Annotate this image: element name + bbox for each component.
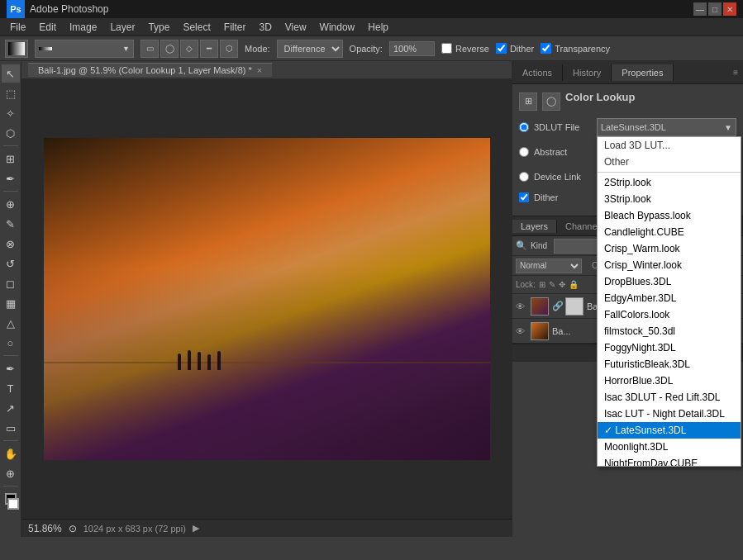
reverse-group: Reverse (441, 43, 489, 54)
tool-dodge[interactable]: ○ (2, 334, 20, 352)
tool-brush[interactable]: ✎ (2, 215, 20, 233)
layer-link-icon-0[interactable]: 🔗 (552, 301, 562, 311)
menu-filter[interactable]: Filter (217, 20, 253, 35)
dropdown-load-lut[interactable]: Load 3D LUT... (598, 137, 741, 154)
menu-select[interactable]: Select (176, 20, 217, 35)
tool-eraser[interactable]: ◻ (2, 274, 20, 292)
lock-position-icon[interactable]: ✥ (559, 280, 565, 289)
canvas-content[interactable] (21, 79, 512, 519)
dropdown-item-latesunset[interactable]: ✓ LateSunset.3DL (598, 422, 741, 439)
close-button[interactable]: ✕ (723, 2, 736, 16)
dropdown-item-7[interactable]: EdgyAmber.3DL (598, 290, 741, 306)
dropdown-item-0[interactable]: 2Strip.look (598, 174, 741, 191)
tool-type[interactable]: T (2, 379, 20, 397)
dropdown-item-5[interactable]: Crisp_Winter.look (598, 257, 741, 273)
menu-file[interactable]: File (3, 20, 32, 35)
dither-checkbox[interactable] (496, 43, 507, 54)
abstract-radio[interactable] (519, 147, 529, 157)
rect-shape-btn[interactable]: ▭ (141, 40, 159, 58)
transparency-checkbox[interactable] (541, 43, 551, 54)
dropdown-other[interactable]: Other (598, 154, 741, 170)
lock-all-icon[interactable]: 🔒 (569, 280, 579, 289)
maximize-button[interactable]: □ (708, 2, 722, 16)
diamond-shape-btn[interactable]: ◇ (180, 40, 198, 58)
dropdown-item-10[interactable]: FoggyNight.3DL (598, 339, 741, 356)
tool-healing[interactable]: ⊕ (2, 195, 20, 213)
tool-blur[interactable]: △ (2, 314, 20, 332)
menu-bar: File Edit Image Layer Type Select Filter… (0, 18, 743, 36)
menu-layer[interactable]: Layer (103, 20, 141, 35)
dropdown-item-3[interactable]: Candlelight.CUBE (598, 224, 741, 240)
tool-pen[interactable]: ✒ (2, 359, 20, 377)
dropdown-item-6[interactable]: DropBlues.3DL (598, 273, 741, 290)
panel-tabs: Actions History Properties ≡ (512, 61, 743, 84)
tool-gradient[interactable]: ▦ (2, 294, 20, 312)
menu-type[interactable]: Type (141, 20, 176, 35)
tool-history-brush[interactable]: ↺ (2, 254, 20, 273)
dropdown-item-12[interactable]: HorrorBlue.3DL (598, 373, 741, 389)
dropdown-item-1[interactable]: 3Strip.look (598, 191, 741, 207)
menu-view[interactable]: View (279, 20, 313, 35)
canvas-tab-close[interactable]: × (257, 65, 262, 75)
dropdown-item-15[interactable]: Moonlight.3DL (598, 439, 741, 455)
lock-transparent-icon[interactable]: ⊞ (539, 280, 545, 289)
device-link-radio[interactable] (519, 172, 529, 182)
tool-clone[interactable]: ⊗ (2, 235, 20, 253)
lock-image-icon[interactable]: ✎ (549, 280, 555, 289)
dropdown-item-11[interactable]: FuturisticBleak.3DL (598, 356, 741, 373)
tab-layers[interactable]: Layers (512, 220, 557, 233)
tool-marquee-rect[interactable]: ⬚ (2, 84, 20, 102)
tool-path-select[interactable]: ↗ (2, 399, 20, 417)
dropdown-item-16[interactable]: NightFromDay.CUBE (598, 455, 741, 467)
opacity-label: Opacity: (350, 44, 383, 54)
dropdown-item-8[interactable]: FallColors.look (598, 306, 741, 323)
canvas-tab-bar: Bali-1.jpg @ 51.9% (Color Lookup 1, Laye… (21, 61, 512, 79)
tool-lasso[interactable]: ✧ (2, 104, 20, 122)
panel-circle-icon[interactable]: ◯ (542, 93, 560, 111)
dropdown-arrow-icon: ▼ (724, 123, 732, 132)
menu-3d[interactable]: 3D (252, 20, 278, 35)
dropdown-item-4[interactable]: Crisp_Warm.look (598, 240, 741, 257)
dropdown-item-2[interactable]: Bleach Bypass.look (598, 207, 741, 224)
lut-file-dropdown[interactable]: LateSunset.3DL ▼ (597, 118, 736, 136)
tool-crop[interactable]: ⊞ (2, 149, 20, 168)
circle-shape-btn[interactable]: ◯ (160, 40, 179, 58)
layers-mode-select[interactable]: Normal (516, 259, 582, 273)
brush-picker[interactable]: ▼ (35, 40, 134, 58)
tab-properties[interactable]: Properties (612, 64, 674, 81)
tool-quick-select[interactable]: ⬡ (2, 124, 20, 142)
opacity-value[interactable]: 100% (389, 41, 435, 56)
tool-shape[interactable]: ▭ (2, 419, 20, 437)
background-color[interactable] (7, 498, 19, 510)
canvas-tab-bali[interactable]: Bali-1.jpg @ 51.9% (Color Lookup 1, Laye… (28, 63, 272, 77)
menu-edit[interactable]: Edit (32, 20, 63, 35)
separator-4 (3, 440, 18, 441)
tool-zoom[interactable]: ⊕ (2, 464, 20, 482)
nav-arrow[interactable]: ▶ (193, 523, 199, 534)
menu-window[interactable]: Window (313, 20, 362, 35)
title-bar-controls[interactable]: — □ ✕ (693, 2, 736, 16)
bar-shape-btn[interactable]: ━ (200, 40, 218, 58)
minimize-button[interactable]: — (693, 2, 707, 16)
tab-actions[interactable]: Actions (512, 64, 563, 81)
dropdown-item-14[interactable]: Isac LUT - Night Detail.3DL (598, 406, 741, 422)
dropdown-item-9[interactable]: filmstock_50.3dl (598, 323, 741, 339)
reflect-shape-btn[interactable]: ⬡ (220, 40, 238, 58)
menu-help[interactable]: Help (361, 20, 395, 35)
layer-eye-0[interactable]: 👁 (516, 301, 527, 311)
panel-more-btn[interactable]: ≡ (728, 68, 743, 77)
tool-hand[interactable]: ✋ (2, 444, 20, 463)
dropdown-item-13[interactable]: Isac 3DLUT - Red Lift.3DL (598, 389, 741, 406)
mode-select[interactable]: Difference (277, 40, 343, 58)
layer-eye-1[interactable]: 👁 (516, 326, 527, 336)
menu-image[interactable]: Image (63, 20, 103, 35)
filter-kind-label: Kind (531, 241, 550, 250)
tab-history[interactable]: History (563, 64, 612, 81)
lut-file-radio[interactable] (519, 122, 529, 132)
tool-move[interactable]: ↖ (2, 64, 20, 83)
tool-eyedropper[interactable]: ✒ (2, 169, 20, 187)
tool-preset[interactable] (5, 40, 28, 58)
dither-prop-checkbox[interactable] (519, 192, 529, 202)
panel-grid-icon[interactable]: ⊞ (519, 93, 537, 111)
reverse-checkbox[interactable] (441, 43, 452, 54)
